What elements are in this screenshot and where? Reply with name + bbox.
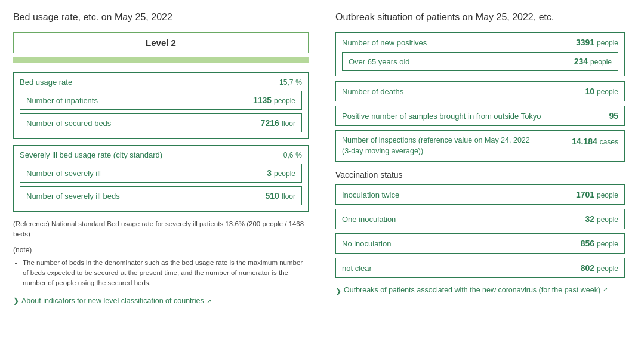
severely-ill-row: Number of severely ill 3 people — [20, 164, 302, 183]
vac-label-0: Inoculation twice — [342, 190, 399, 199]
bottom-external-link-icon: ↗ — [603, 285, 608, 294]
note-title: (note) — [13, 246, 309, 254]
inspections-row: Number of inspections (reference value o… — [335, 130, 625, 162]
severely-ill-beds-row: Number of severely ill beds 510 floor — [20, 186, 302, 205]
bed-usage-value: 15,7 % — [279, 77, 302, 87]
note-item: The number of beds in the denominator su… — [23, 258, 309, 289]
external-link-icon: ↗ — [206, 298, 211, 304]
over65-value: 234 people — [574, 57, 612, 66]
over65-row: Over 65 years old 234 people — [342, 52, 618, 71]
severe-children: Number of severely ill 3 people Number o… — [20, 164, 302, 205]
reference-text: (Reference) National standard Bed usage … — [13, 219, 309, 240]
vaccination-row-0: Inoculation twice 1701 people — [335, 184, 625, 205]
chevron-icon: ❯ — [13, 297, 19, 305]
note-list: The number of beds in the denominator su… — [13, 258, 309, 289]
positives-label: Number of new positives — [342, 38, 427, 47]
vac-value-2: 856 people — [581, 239, 618, 248]
severe-group: Severely ill bed usage rate (city standa… — [13, 145, 309, 212]
samples-row: Positive number of samples brought in fr… — [335, 106, 625, 126]
deaths-row: Number of deaths 10 people — [335, 81, 625, 101]
positives-group: Number of new positives 3391 people Over… — [335, 32, 625, 76]
severe-value: 0,6 % — [283, 150, 302, 159]
secured-beds-value: 7216 floor — [261, 118, 295, 128]
left-link[interactable]: ❯ About indicators for new level classif… — [13, 297, 309, 305]
vaccination-row-1: One inoculation 32 people — [335, 209, 625, 229]
inpatients-label: Number of inpatients — [26, 96, 98, 105]
bed-usage-label: Bed usage rate — [20, 78, 72, 87]
deaths-value: 10 people — [585, 87, 618, 96]
severely-ill-label: Number of severely ill — [26, 169, 101, 178]
positives-value: 3391 people — [576, 38, 618, 47]
severe-label: Severely ill bed usage rate (city standa… — [20, 150, 162, 159]
severely-ill-beds-value: 510 floor — [265, 191, 295, 200]
vac-value-0: 1701 people — [576, 190, 618, 199]
left-link-label: About indicators for new level classific… — [21, 297, 204, 305]
deaths-label: Number of deaths — [342, 87, 403, 96]
secured-beds-label: Number of secured beds — [26, 119, 111, 128]
bed-usage-group: Bed usage rate 15,7 % Number of inpatien… — [13, 72, 309, 139]
inpatients-row: Number of inpatients 1135 people — [20, 91, 302, 110]
right-panel: Outbreak situation of patients on May 25… — [322, 0, 638, 364]
inpatients-value: 1135 people — [253, 95, 295, 105]
vaccination-row-2: No inoculation 856 people — [335, 233, 625, 254]
inspections-value: 14.184 cases — [572, 137, 618, 146]
vac-label-3: not clear — [342, 264, 372, 273]
vac-label-1: One inoculation — [342, 215, 396, 224]
samples-label: Positive number of samples brought in fr… — [342, 112, 541, 121]
samples-value: 95 — [609, 111, 618, 121]
secured-beds-row: Number of secured beds 7216 floor — [20, 113, 302, 132]
left-panel: Bed usage rate, etc. on May 25, 2022 Lev… — [0, 0, 322, 364]
bed-usage-header: Bed usage rate 15,7 % — [14, 73, 308, 91]
severely-ill-beds-label: Number of severely ill beds — [26, 192, 120, 200]
vaccination-rows: Inoculation twice 1701 people One inocul… — [335, 184, 625, 278]
positives-row: Number of new positives 3391 people — [336, 33, 624, 52]
vac-label-2: No inoculation — [342, 239, 391, 248]
bottom-chevron-icon: ❯ — [335, 286, 341, 297]
vac-value-1: 32 people — [585, 214, 618, 224]
main-container: Bed usage rate, etc. on May 25, 2022 Lev… — [0, 0, 638, 364]
right-panel-title: Outbreak situation of patients on May 25… — [335, 12, 625, 23]
severely-ill-value: 3 people — [267, 168, 295, 178]
level-box: Level 2 — [13, 32, 309, 53]
severe-header: Severely ill bed usage rate (city standa… — [14, 146, 308, 164]
inspections-label: Number of inspections (reference value o… — [342, 135, 530, 156]
bed-usage-children: Number of inpatients 1135 people Number … — [20, 91, 302, 132]
bottom-link[interactable]: ❯ Outbreaks of patients associated with … — [335, 285, 625, 297]
level-bar — [13, 57, 309, 63]
bottom-link-label: Outbreaks of patients associated with th… — [344, 285, 600, 296]
vac-value-3: 802 people — [581, 263, 618, 273]
level-label: Level 2 — [146, 38, 176, 48]
vaccination-title: Vaccination status — [335, 170, 625, 180]
vaccination-row-3: not clear 802 people — [335, 258, 625, 278]
over65-label: Over 65 years old — [349, 57, 410, 66]
left-panel-title: Bed usage rate, etc. on May 25, 2022 — [13, 12, 309, 23]
